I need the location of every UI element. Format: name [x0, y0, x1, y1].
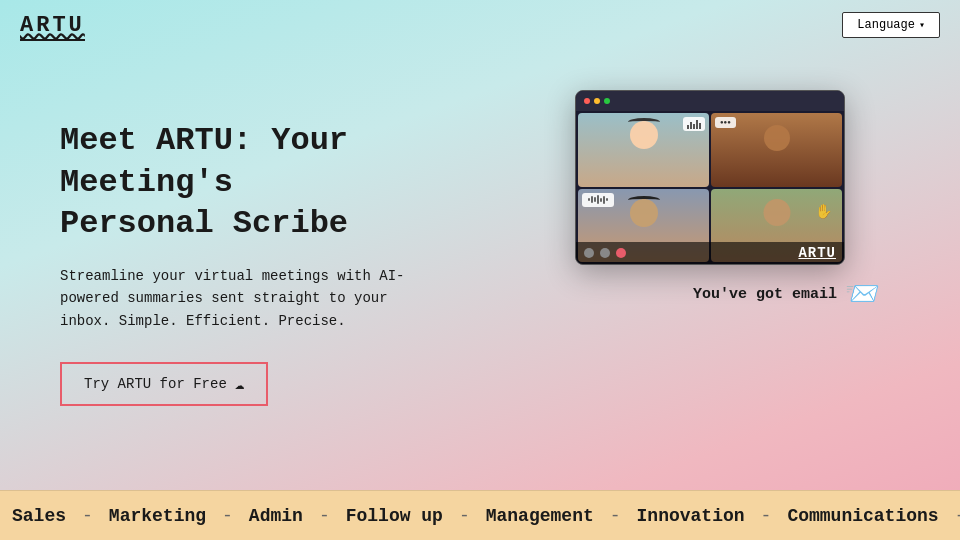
window-maximize-dot — [604, 98, 610, 104]
ticker-item: Management — [474, 506, 606, 526]
cta-label: Try ARTU for Free — [84, 376, 227, 392]
ticker-item: Sales — [0, 506, 78, 526]
control-dot-2 — [600, 248, 610, 258]
ticker-separator: - — [951, 506, 960, 526]
window-minimize-dot — [594, 98, 600, 104]
video-cell-2: ●●● — [711, 113, 842, 187]
left-section: Meet ARTU: Your Meeting's Personal Scrib… — [60, 80, 480, 406]
ticker-item: Follow up — [334, 506, 455, 526]
video-footer: ARTU — [576, 242, 844, 264]
waveform-overlay — [582, 193, 614, 207]
envelope-icon: 📨 — [845, 277, 880, 311]
ticker-separator: - — [218, 506, 237, 526]
cloud-icon: ☁ — [235, 374, 245, 394]
email-notification: You've got email 📨 — [693, 277, 880, 311]
wave-emoji: ✋ — [815, 203, 832, 220]
email-text: You've got email — [693, 286, 837, 303]
video-cell-1 — [578, 113, 709, 187]
control-dot-end — [616, 248, 626, 258]
ticker-separator: - — [315, 506, 334, 526]
ticker-separator: - — [78, 506, 97, 526]
ticker-separator: - — [757, 506, 776, 526]
logo-text: ARTU — [20, 13, 85, 41]
name-overlay-2: ●●● — [715, 117, 736, 128]
ticker-separator: - — [455, 506, 474, 526]
ticker-item: Communications — [775, 506, 950, 526]
video-controls — [584, 248, 626, 258]
main-content: Meet ARTU: Your Meeting's Personal Scrib… — [60, 80, 900, 406]
language-button[interactable]: Language — [842, 12, 940, 38]
right-section: ●●● — [520, 90, 900, 311]
control-dot-1 — [584, 248, 594, 258]
video-mockup: ●●● — [575, 90, 845, 265]
ticker-item: Marketing — [97, 506, 218, 526]
description: Streamline your virtual meetings with AI… — [60, 265, 430, 332]
ticker-bar: Sales-Marketing-Admin-Follow up-Manageme… — [0, 490, 960, 540]
header: ARTU Language — [0, 0, 960, 50]
ticker-track: Sales-Marketing-Admin-Follow up-Manageme… — [0, 506, 960, 526]
stats-overlay — [683, 117, 705, 131]
video-watermark: ARTU — [798, 245, 836, 261]
ticker-item: Innovation — [625, 506, 757, 526]
cta-button[interactable]: Try ARTU for Free ☁ — [60, 362, 268, 406]
window-close-dot — [584, 98, 590, 104]
logo: ARTU — [20, 13, 85, 38]
video-header — [576, 91, 844, 111]
ticker-item: Admin — [237, 506, 315, 526]
ticker-separator: - — [606, 506, 625, 526]
headline: Meet ARTU: Your Meeting's Personal Scrib… — [60, 120, 480, 245]
